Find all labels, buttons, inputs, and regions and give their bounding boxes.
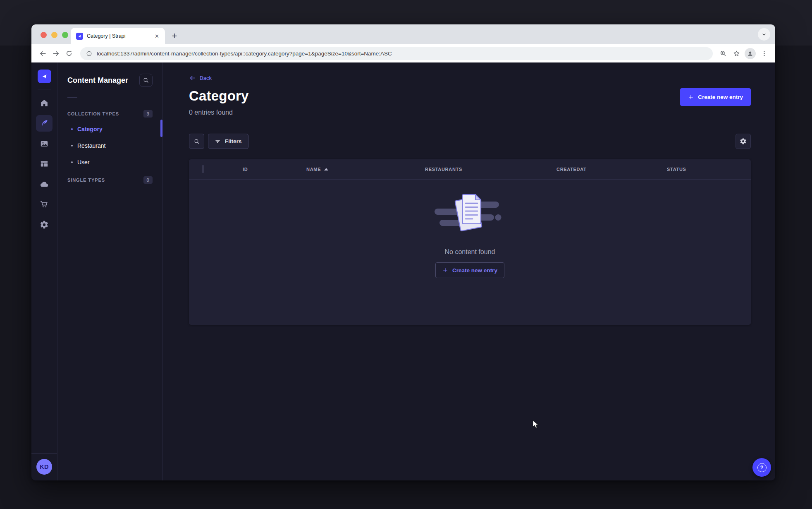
search-icon: [193, 138, 200, 145]
bullet-icon: [71, 145, 73, 146]
column-header-status[interactable]: STATUS: [667, 167, 751, 172]
browser-toolbar: localhost:1337/admin/content-manager/col…: [31, 44, 775, 62]
sort-ascending-icon: [324, 168, 328, 170]
zoom-window-button[interactable]: [62, 32, 68, 38]
main-navigation: KD: [31, 62, 57, 480]
site-info-icon[interactable]: [86, 50, 92, 57]
select-all-checkbox[interactable]: [203, 165, 203, 173]
user-footer: KD: [31, 453, 57, 480]
strapi-favicon-icon: [76, 33, 83, 40]
tab-title: Category | Strapi: [87, 33, 149, 39]
subnav-item-label: Category: [77, 126, 103, 132]
main-content: Back Category Create new entry 0 entries…: [163, 62, 775, 480]
back-icon[interactable]: [36, 47, 49, 60]
close-window-button[interactable]: [41, 32, 47, 38]
zoom-level-icon[interactable]: [717, 47, 729, 60]
browser-window: Category | Strapi ✕ + localhost:1337/adm…: [31, 24, 775, 480]
page-title: Category: [189, 88, 249, 104]
cloud-icon[interactable]: [36, 176, 53, 192]
settings-gear-icon[interactable]: [36, 216, 53, 233]
mouse-cursor: [533, 420, 541, 429]
filters-button[interactable]: Filters: [208, 134, 248, 149]
reload-icon[interactable]: [63, 47, 75, 60]
help-button[interactable]: ?: [752, 458, 771, 477]
collection-types-label: COLLECTION TYPES: [67, 111, 119, 116]
column-header-createdat[interactable]: CREATEDAT: [556, 167, 667, 172]
subnav-search-button[interactable]: [139, 74, 153, 87]
column-header-name[interactable]: NAME: [306, 167, 425, 172]
empty-state: No content found Create new entry: [189, 180, 751, 278]
column-header-id[interactable]: ID: [243, 167, 306, 172]
table-header-row: ID NAME RESTAURANTS CREATEDAT STATUS: [189, 159, 751, 180]
divider: [67, 97, 77, 98]
subnav-item-label: Restaurant: [77, 142, 105, 149]
bullet-icon: [71, 128, 73, 130]
strapi-logo-icon[interactable]: [38, 70, 51, 83]
gear-icon: [740, 138, 747, 145]
search-button[interactable]: [189, 134, 204, 149]
create-entry-label: Create new entry: [698, 94, 743, 100]
strapi-admin: KD Content Manager COLLECTION TYPES 3 Ca…: [31, 62, 775, 480]
entries-count: 0 entries found: [189, 109, 751, 116]
back-link[interactable]: Back: [189, 74, 212, 82]
arrow-left-icon: [189, 74, 196, 82]
subnav-title: Content Manager: [67, 76, 128, 85]
entries-table-card: ID NAME RESTAURANTS CREATEDAT STATUS: [189, 159, 751, 325]
browser-menu-icon[interactable]: [758, 47, 770, 60]
filter-icon: [215, 138, 221, 144]
browser-tab[interactable]: Category | Strapi ✕: [71, 28, 165, 44]
content-manager-subnav: Content Manager COLLECTION TYPES 3 Categ…: [57, 62, 163, 480]
divider: [38, 89, 51, 89]
tab-close-icon[interactable]: ✕: [153, 33, 161, 40]
plus-icon: [442, 267, 448, 273]
browser-profile-avatar[interactable]: [745, 48, 756, 59]
user-avatar[interactable]: KD: [36, 459, 52, 475]
marketplace-cart-icon[interactable]: [36, 196, 53, 213]
macos-traffic-lights: [41, 32, 68, 38]
subnav-item-category[interactable]: Category: [67, 121, 153, 137]
new-tab-button[interactable]: +: [168, 30, 181, 42]
url-text: localhost:1337/admin/content-manager/col…: [97, 50, 392, 57]
view-settings-button[interactable]: [736, 134, 751, 149]
bookmark-star-icon[interactable]: [730, 47, 743, 60]
collection-types-count-badge: 3: [143, 110, 153, 118]
subnav-item-label: User: [77, 159, 90, 166]
create-entry-button[interactable]: Create new entry: [680, 88, 751, 106]
single-types-count-badge: 0: [143, 176, 153, 184]
column-header-restaurants[interactable]: RESTAURANTS: [425, 167, 556, 172]
content-manager-icon[interactable]: [36, 115, 53, 132]
subnav-scrollbar-thumb[interactable]: [160, 120, 162, 137]
media-library-icon[interactable]: [36, 135, 53, 152]
question-mark-icon: ?: [757, 463, 767, 472]
minimize-window-button[interactable]: [51, 32, 57, 38]
address-bar[interactable]: localhost:1337/admin/content-manager/col…: [80, 47, 713, 60]
home-icon[interactable]: [36, 95, 53, 111]
plus-icon: [688, 94, 694, 100]
forward-icon[interactable]: [50, 47, 62, 60]
filters-label: Filters: [225, 138, 242, 144]
bullet-icon: [71, 161, 73, 163]
empty-documents-illustration: [435, 192, 506, 238]
browser-tab-strip: Category | Strapi ✕ +: [31, 24, 775, 44]
empty-state-message: No content found: [445, 248, 495, 256]
empty-create-entry-button[interactable]: Create new entry: [435, 262, 504, 278]
empty-create-entry-label: Create new entry: [452, 267, 497, 274]
back-label: Back: [200, 75, 212, 81]
content-type-builder-icon[interactable]: [36, 156, 53, 172]
subnav-item-user[interactable]: User: [67, 154, 153, 170]
subnav-item-restaurant[interactable]: Restaurant: [67, 137, 153, 154]
single-types-label: SINGLE TYPES: [67, 178, 105, 182]
tab-search-chevron-icon[interactable]: [758, 28, 770, 41]
